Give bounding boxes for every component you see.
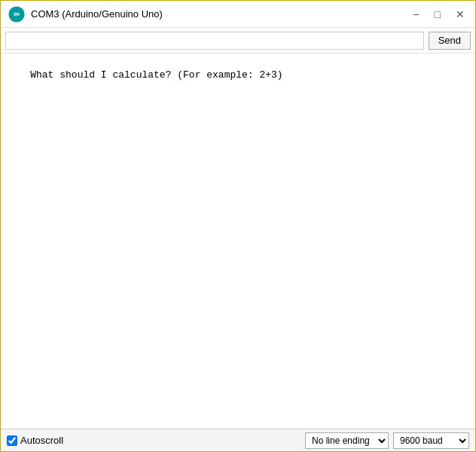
autoscroll-label: Autoscroll (20, 435, 63, 446)
minimize-button[interactable]: − (410, 8, 422, 21)
title-bar-left: ∞ COM3 (Arduino/Genuino Uno) (8, 6, 163, 23)
close-button[interactable]: ✕ (453, 8, 468, 21)
toolbar: Send (1, 28, 475, 53)
serial-output-text: What should I calculate? (For example: 2… (30, 69, 282, 81)
title-bar-controls: − □ ✕ (410, 8, 468, 21)
autoscroll-checkbox[interactable] (7, 435, 17, 446)
serial-output: What should I calculate? (For example: 2… (1, 53, 475, 429)
window-title: COM3 (Arduino/Genuino Uno) (31, 8, 163, 20)
status-bar: Autoscroll No line ending Newline Carria… (1, 429, 475, 451)
svg-text:∞: ∞ (14, 9, 20, 18)
line-ending-dropdown[interactable]: No line ending Newline Carriage return B… (305, 432, 389, 449)
autoscroll-container: Autoscroll (7, 435, 63, 446)
arduino-logo-icon: ∞ (8, 6, 25, 23)
status-bar-right: No line ending Newline Carriage return B… (305, 432, 469, 449)
send-button[interactable]: Send (429, 32, 471, 50)
baud-rate-dropdown[interactable]: 300 baud 1200 baud 2400 baud 4800 baud 9… (393, 432, 469, 449)
arduino-serial-monitor-window: ∞ COM3 (Arduino/Genuino Uno) − □ ✕ Send … (0, 0, 476, 452)
serial-input[interactable] (5, 32, 424, 50)
title-bar: ∞ COM3 (Arduino/Genuino Uno) − □ ✕ (1, 1, 475, 28)
maximize-button[interactable]: □ (432, 8, 444, 21)
